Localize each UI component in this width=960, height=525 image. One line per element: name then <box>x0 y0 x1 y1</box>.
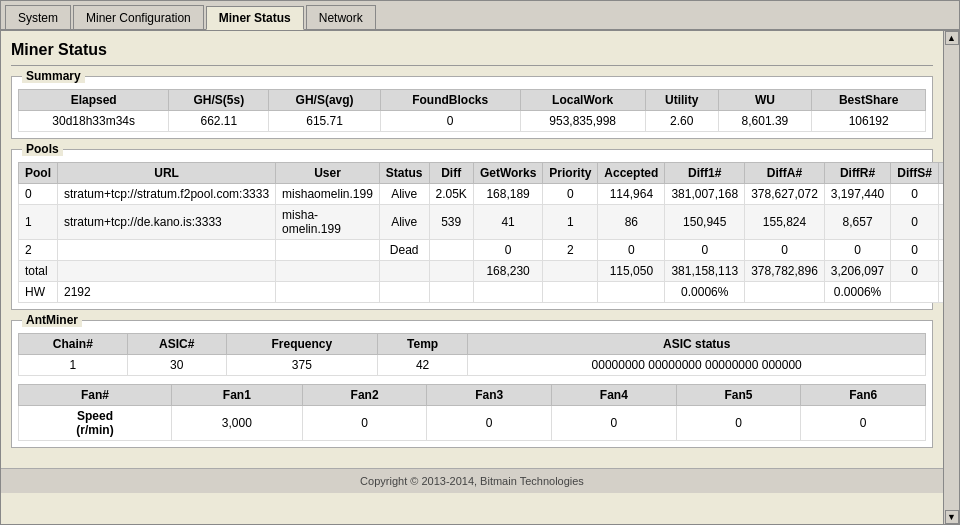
pool-1-priority: 1 <box>543 205 598 240</box>
chain-header-temp: Temp <box>377 334 467 355</box>
fan-6-speed: 0 <box>801 406 926 441</box>
pool-hw-url: 2192 <box>58 282 276 303</box>
pools-header-diffr: DiffR# <box>824 163 890 184</box>
summary-ghsavg: 615.71 <box>269 111 381 132</box>
pool-0-accepted: 114,964 <box>598 184 665 205</box>
pools-header-getworks: GetWorks <box>473 163 542 184</box>
pool-hw-user <box>276 282 380 303</box>
summary-header-localwork: LocalWork <box>520 90 645 111</box>
fan-header-fan3: Fan3 <box>427 385 552 406</box>
pool-2-status: Dead <box>379 240 429 261</box>
fan-row-speed: Speed(r/min) 3,000 0 0 0 0 0 <box>19 406 926 441</box>
pools-section: Pools Pool URL User Status Diff GetW <box>11 149 933 310</box>
pools-header-diffs: DiffS# <box>891 163 939 184</box>
fan-header-fan2: Fan2 <box>302 385 427 406</box>
summary-elapsed: 30d18h33m34s <box>19 111 169 132</box>
pool-hw-getworks <box>473 282 542 303</box>
tab-system[interactable]: System <box>5 5 71 29</box>
pools-header-diffa: DiffA# <box>745 163 825 184</box>
pool-hw-diff <box>429 282 473 303</box>
fan-header-fan1: Fan1 <box>171 385 302 406</box>
scroll-up-button[interactable]: ▲ <box>945 31 959 45</box>
summary-header-utility: Utility <box>645 90 718 111</box>
tab-miner-configuration[interactable]: Miner Configuration <box>73 5 204 29</box>
pools-row-1: 1 stratum+tcp://de.kano.is:3333 misha-om… <box>19 205 944 240</box>
pool-total-id: total <box>19 261 58 282</box>
pools-row-total: total 168,230 115,050 381,158,113 <box>19 261 944 282</box>
pool-0-status: Alive <box>379 184 429 205</box>
pool-total-status <box>379 261 429 282</box>
pools-header-status: Status <box>379 163 429 184</box>
fan-2-speed: 0 <box>302 406 427 441</box>
fan-1-speed: 3,000 <box>171 406 302 441</box>
summary-legend: Summary <box>22 69 85 83</box>
pools-header-user: User <box>276 163 380 184</box>
fan-header-fannum: Fan# <box>19 385 172 406</box>
pool-total-diffr: 3,206,097 <box>824 261 890 282</box>
tab-miner-status[interactable]: Miner Status <box>206 6 304 30</box>
pool-hw-diff1: 0.0006% <box>665 282 745 303</box>
pool-2-rejected: 0 <box>938 240 943 261</box>
summary-header-bestshare: BestShare <box>812 90 926 111</box>
pool-total-accepted: 115,050 <box>598 261 665 282</box>
pool-0-diff1: 381,007,168 <box>665 184 745 205</box>
summary-ghs5s: 662.11 <box>169 111 269 132</box>
pools-header-diff1: Diff1# <box>665 163 745 184</box>
summary-table: Elapsed GH/S(5s) GH/S(avg) FoundBlocks L… <box>18 89 926 132</box>
pool-0-diffs: 0 <box>891 184 939 205</box>
pool-hw-status <box>379 282 429 303</box>
pool-0-id: 0 <box>19 184 58 205</box>
pool-2-diffa: 0 <box>745 240 825 261</box>
pool-0-diffa: 378,627,072 <box>745 184 825 205</box>
fan-table: Fan# Fan1 Fan2 Fan3 Fan4 Fan5 Fan6 <box>18 384 926 441</box>
chain-table: Chain# ASIC# Frequency Temp ASIC status … <box>18 333 926 376</box>
antminer-section: AntMiner Chain# ASIC# Frequency Temp ASI… <box>11 320 933 448</box>
pool-total-url <box>58 261 276 282</box>
pool-0-diff: 2.05K <box>429 184 473 205</box>
chain-header-status: ASIC status <box>468 334 926 355</box>
pool-hw-id: HW <box>19 282 58 303</box>
pools-table: Pool URL User Status Diff GetWorks Prior… <box>18 162 943 303</box>
fan-header-fan6: Fan6 <box>801 385 926 406</box>
pool-2-id: 2 <box>19 240 58 261</box>
antminer-legend: AntMiner <box>22 313 82 327</box>
pools-header-diff: Diff <box>429 163 473 184</box>
pools-row-hw: HW 2192 0.0006% <box>19 282 944 303</box>
pools-legend: Pools <box>22 142 63 156</box>
pools-row-2: 2 Dead 0 2 0 0 0 <box>19 240 944 261</box>
chain-header-asic: ASIC# <box>127 334 226 355</box>
chain-1-freq: 375 <box>226 355 377 376</box>
pools-header-pool: Pool <box>19 163 58 184</box>
pool-total-user <box>276 261 380 282</box>
fan-speed-label: Speed(r/min) <box>19 406 172 441</box>
pool-total-getworks: 168,230 <box>473 261 542 282</box>
pool-2-user <box>276 240 380 261</box>
summary-foundblocks: 0 <box>380 111 520 132</box>
summary-bestshare: 106192 <box>812 111 926 132</box>
pool-0-diffr: 3,197,440 <box>824 184 890 205</box>
scrollbar[interactable]: ▲ ▼ <box>943 31 959 524</box>
pool-total-rejected: 0 <box>938 261 943 282</box>
pool-total-diffa: 378,782,896 <box>745 261 825 282</box>
pool-1-diffa: 155,824 <box>745 205 825 240</box>
summary-row: 30d18h33m34s 662.11 615.71 0 953,835,998… <box>19 111 926 132</box>
pool-hw-priority <box>543 282 598 303</box>
chain-row-1: 1 30 375 42 00000000 00000000 00000000 0… <box>19 355 926 376</box>
chain-1-chain: 1 <box>19 355 128 376</box>
pool-0-priority: 0 <box>543 184 598 205</box>
pool-hw-diffa <box>745 282 825 303</box>
footer-text: Copyright © 2013-2014, Bitmain Technolog… <box>360 475 584 487</box>
fan-4-speed: 0 <box>552 406 677 441</box>
summary-header-elapsed: Elapsed <box>19 90 169 111</box>
tab-network[interactable]: Network <box>306 5 376 29</box>
scroll-down-button[interactable]: ▼ <box>945 510 959 524</box>
chain-1-asic: 30 <box>127 355 226 376</box>
pool-1-url: stratum+tcp://de.kano.is:3333 <box>58 205 276 240</box>
pool-2-priority: 2 <box>543 240 598 261</box>
pool-2-diff1: 0 <box>665 240 745 261</box>
fan-5-speed: 0 <box>676 406 801 441</box>
pools-header-rejected: Rejected <box>938 163 943 184</box>
pool-0-url: stratum+tcp://stratum.f2pool.com:3333 <box>58 184 276 205</box>
fan-3-speed: 0 <box>427 406 552 441</box>
pool-1-getworks: 41 <box>473 205 542 240</box>
